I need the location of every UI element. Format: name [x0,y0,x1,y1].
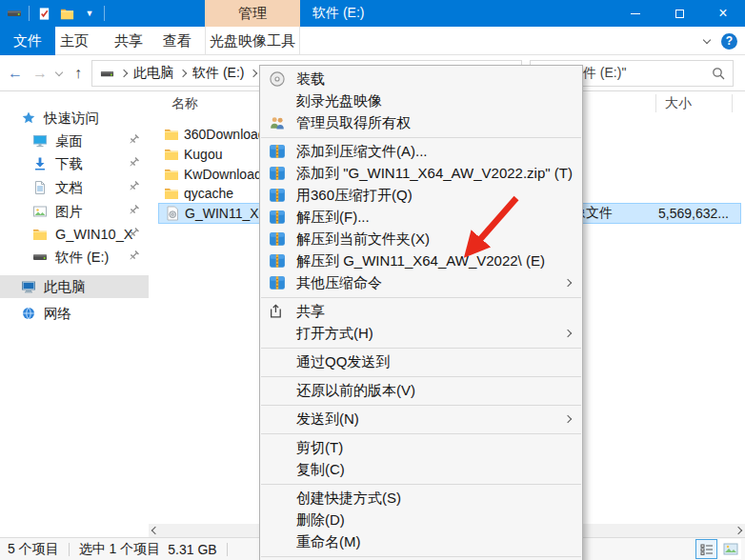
downloads-icon [32,156,48,171]
menu-item-cut[interactable]: 剪切(T) [260,437,582,459]
column-header-size[interactable]: 大小 [665,91,692,116]
maximize-button[interactable] [657,0,701,27]
tab-view[interactable]: 查看 [151,27,204,55]
help-icon[interactable]: ? [721,33,737,50]
menu-item-restore-previous-versions[interactable]: 还原以前的版本(V) [260,380,582,402]
minimize-button[interactable] [614,0,657,27]
status-separator [227,543,228,556]
submenu-chevron-icon [564,415,572,423]
sidebar-item-downloads[interactable]: 下载 [0,152,149,175]
selection-size: 5.31 GB [168,542,216,557]
sidebar-item-pictures[interactable]: 图片 [0,200,149,223]
recent-locations-chevron-icon[interactable] [51,55,67,91]
sidebar-item-desktop[interactable]: 桌面 [0,130,149,152]
forward-button[interactable]: → [29,55,51,91]
menu-separator [261,348,581,349]
context-menu: 装载 刻录光盘映像 管理员取得所有权 添加到压缩文件(A)... 添加到 "G_… [259,65,583,560]
documents-icon [32,180,48,195]
file-row-360downloads[interactable]: 360Downloads [158,124,272,144]
this-pc-icon [21,279,36,294]
menu-item-open-with[interactable]: 打开方式(H) [260,323,582,345]
properties-check-icon[interactable] [35,5,52,22]
menu-separator [261,405,581,406]
network-icon [21,306,36,321]
submenu-chevron-icon [564,330,572,337]
details-view-button[interactable] [695,539,717,559]
tab-home[interactable]: 主页 [48,27,101,55]
zip-icon [269,143,286,160]
menu-item-add-to-zip[interactable]: 添加到 "G_WIN11_X64_AW_V2022.zip" (T) [260,163,582,185]
folder-icon [164,167,179,182]
app-drive-icon[interactable] [6,5,23,22]
menu-item-create-shortcut[interactable]: 创建快捷方式(S) [260,488,582,510]
pin-icon [127,204,140,217]
pin-icon [127,250,140,263]
breadcrumb-drive-e[interactable]: 软件 (E:) [192,65,244,82]
menu-item-take-ownership[interactable]: 管理员取得所有权 [260,112,582,134]
menu-item-rename[interactable]: 重命名(M) [260,531,582,553]
column-divider[interactable] [732,94,733,112]
file-row-kwdownload[interactable]: KwDownload [158,164,262,184]
thumbnail-view-button[interactable] [719,539,741,559]
menu-item-mount[interactable]: 装载 [260,69,582,90]
menu-separator [261,376,581,377]
disc-icon [269,70,286,88]
share-icon [269,303,285,319]
menu-item-send-via-qq[interactable]: 通过QQ发送到 [260,351,582,373]
close-button[interactable]: × [701,0,745,27]
breadcrumb-chevron-icon[interactable] [120,70,128,77]
column-divider[interactable] [655,94,656,112]
scroll-left-icon[interactable] [151,527,159,534]
pin-icon [127,180,140,193]
column-header-name[interactable]: 名称 [171,91,198,116]
new-folder-icon[interactable] [58,5,75,22]
menu-item-share[interactable]: 共享 [260,301,582,323]
menu-item-extract-here[interactable]: 解压到当前文件夹(X) [260,229,582,250]
sidebar-item-quick-access[interactable]: 快速访问 [0,107,149,130]
drive-icon [32,250,48,265]
navigation-pane: 快速访问 桌面 下载 文档 图片 G_WIN10_X64_ [0,91,149,524]
zip-icon [269,187,286,204]
breadcrumb-this-pc[interactable]: 此电脑 [133,65,173,82]
ribbon-tab-bar: 文件 主页 共享 查看 光盘映像工具 ? [0,27,745,55]
tab-share[interactable]: 共享 [102,27,155,55]
menu-item-send-to[interactable]: 发送到(N) [260,409,582,430]
details-view-icon [700,543,714,556]
search-icon[interactable] [711,66,726,81]
menu-item-add-to-archive[interactable]: 添加到压缩文件(A)... [260,141,582,163]
contextual-tab-manage[interactable]: 管理 [205,0,300,27]
sidebar-item-gwin10-folder[interactable]: G_WIN10_X64_ [0,223,149,246]
sidebar-item-documents[interactable]: 文档 [0,176,149,199]
zip-icon [269,252,286,270]
pin-icon [127,133,140,147]
pin-icon [127,227,140,240]
sidebar-item-this-pc[interactable]: 此电脑 [0,275,149,298]
sidebar-item-network[interactable]: 网络 [0,302,149,325]
scroll-right-icon[interactable] [735,527,742,534]
collapse-ribbon-icon[interactable] [703,35,711,43]
zip-icon [269,230,286,248]
menu-item-copy[interactable]: 复制(C) [260,459,582,481]
menu-item-burn-disc-image[interactable]: 刻录光盘映像 [260,90,582,112]
customize-chevron-icon[interactable]: ▼ [81,5,98,22]
status-separator [69,543,70,556]
breadcrumb-chevron-icon[interactable] [250,70,257,77]
file-row-qycache[interactable]: qycache [158,183,233,203]
tab-disc-image-tools[interactable]: 光盘映像工具 [205,27,300,55]
breadcrumb-chevron-icon[interactable] [179,70,187,77]
toolbar-separator [104,6,105,21]
file-size: 5,569,632... [658,206,729,221]
quick-access-toolbar: ▼ [6,0,105,27]
menu-item-delete[interactable]: 删除(D) [260,510,582,531]
folder-icon [164,147,179,162]
menu-item-extract-to-folder[interactable]: 解压到 G_WIN11_X64_AW_V2022\ (E) [260,250,582,272]
file-row-kugou[interactable]: Kugou [158,144,222,164]
zip-icon [269,274,286,291]
back-button[interactable]: ← [4,55,27,91]
menu-item-extract-to[interactable]: 解压到(F)... [260,207,582,229]
item-count: 5 个项目 [8,541,59,558]
up-button[interactable]: ↑ [67,55,90,91]
sidebar-item-drive-e[interactable]: 软件 (E:) [0,246,149,269]
menu-item-open-with-360zip[interactable]: 用360压缩打开(Q) [260,185,582,207]
menu-item-more-compress-commands[interactable]: 其他压缩命令 [260,272,582,294]
